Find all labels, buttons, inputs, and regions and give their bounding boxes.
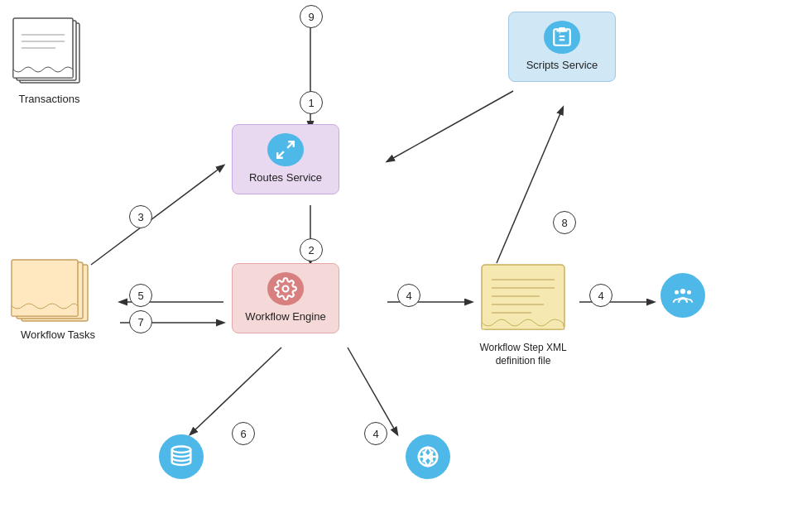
- svg-point-38: [172, 447, 191, 453]
- svg-point-35: [687, 290, 691, 295]
- diagram-lines: [0, 0, 807, 532]
- number-3: 3: [129, 205, 152, 228]
- number-6: 6: [232, 422, 255, 445]
- number-8: 8: [553, 211, 576, 234]
- routes-service-box: Routes Service: [232, 124, 339, 194]
- workflow-engine-box: Workflow Engine: [232, 263, 339, 333]
- scripts-icon: [544, 21, 580, 54]
- scripts-service-label: Scripts Service: [526, 59, 598, 73]
- workflow-step-doc-node: Workflow Step XML definition file: [473, 263, 573, 367]
- routes-service-label: Routes Service: [249, 171, 322, 185]
- db-icon: [159, 434, 204, 479]
- workflow-tasks-node: Workflow Tasks: [8, 258, 108, 343]
- scripts-service-box: Scripts Service: [508, 12, 616, 82]
- workflow-tasks-icon: [8, 258, 108, 333]
- globe-icon-node: [406, 434, 450, 479]
- transactions-label: Transactions: [19, 93, 80, 107]
- workflow-engine-icon: [267, 272, 304, 305]
- people-icon: [660, 273, 705, 318]
- svg-point-26: [283, 286, 289, 292]
- svg-line-10: [348, 347, 397, 434]
- people-icon-node: [660, 273, 705, 318]
- diagram: Transactions 9 1 Scripts Service 3: [0, 0, 807, 532]
- routes-icon: [267, 133, 304, 166]
- transactions-node: Transactions: [10, 17, 89, 107]
- svg-point-33: [680, 289, 685, 294]
- svg-line-2: [91, 165, 223, 265]
- number-4a: 4: [397, 284, 420, 307]
- db-icon-node: [159, 434, 204, 479]
- transactions-icon: [10, 17, 89, 91]
- number-4c: 4: [364, 422, 387, 445]
- scripts-service-node: Scripts Service: [508, 12, 616, 82]
- workflow-engine-node: Workflow Engine: [232, 263, 339, 333]
- routes-service-node: Routes Service: [232, 124, 339, 194]
- svg-line-9: [190, 347, 281, 434]
- svg-line-8: [387, 91, 513, 161]
- workflow-tasks-label: Workflow Tasks: [21, 328, 95, 343]
- workflow-engine-label: Workflow Engine: [245, 310, 325, 324]
- number-7: 7: [129, 310, 152, 333]
- svg-point-34: [675, 290, 679, 295]
- number-5: 5: [129, 284, 152, 307]
- number-1: 1: [300, 91, 323, 114]
- number-2: 2: [300, 238, 323, 261]
- number-4b: 4: [589, 284, 612, 307]
- number-9: 9: [300, 5, 323, 28]
- workflow-step-doc-icon: [473, 263, 573, 346]
- workflow-step-label: Workflow Step XML definition file: [478, 342, 569, 367]
- globe-icon: [406, 434, 450, 479]
- svg-line-7: [497, 108, 563, 263]
